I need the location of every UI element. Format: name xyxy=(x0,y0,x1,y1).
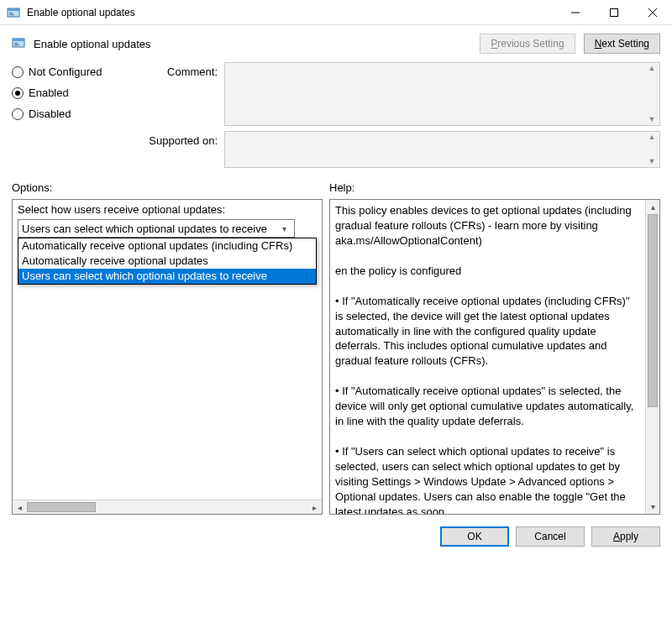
scroll-right-icon[interactable]: ▸ xyxy=(307,500,322,515)
chevron-down-icon: ▾ xyxy=(277,224,291,233)
options-hscrollbar[interactable]: ◂ ▸ xyxy=(13,500,322,514)
comment-scrollbar[interactable]: ▲▼ xyxy=(644,63,659,125)
svg-rect-9 xyxy=(13,39,24,41)
titlebar[interactable]: Enable optional updates xyxy=(0,0,672,25)
radio-not-configured[interactable]: Not Configured xyxy=(12,65,134,78)
options-item[interactable]: Automatically receive optional updates (… xyxy=(18,238,316,254)
sub-header: Enable optional updates Previous Setting… xyxy=(0,25,672,60)
policy-icon xyxy=(12,36,25,52)
close-button[interactable] xyxy=(633,0,672,25)
next-setting-button[interactable]: Next Setting xyxy=(584,34,660,54)
radio-label: Not Configured xyxy=(29,65,102,78)
help-text: This policy enables devices to get optio… xyxy=(330,200,645,514)
svg-rect-10 xyxy=(14,43,18,44)
options-dropdown-list[interactable]: Automatically receive optional updates (… xyxy=(18,238,317,285)
radio-label: Enabled xyxy=(29,86,69,99)
options-combo[interactable]: Users can select which optional updates … xyxy=(18,219,295,238)
radio-enabled[interactable]: Enabled xyxy=(12,86,134,99)
supported-scrollbar[interactable]: ▲▼ xyxy=(644,132,659,167)
radio-disabled[interactable]: Disabled xyxy=(12,107,134,120)
ok-button[interactable]: OK xyxy=(440,526,509,547)
help-paragraph: • If "Automatically receive optional upd… xyxy=(335,294,640,369)
scroll-thumb[interactable] xyxy=(27,502,96,512)
help-vscrollbar[interactable]: ▴ ▾ xyxy=(645,200,659,514)
options-pane: Select how users receive optional update… xyxy=(12,199,323,515)
svg-rect-11 xyxy=(14,44,19,45)
options-label: Options: xyxy=(12,181,329,194)
supported-on-box: ▲▼ xyxy=(224,131,660,168)
help-paragraph: • If "Users can select which optional up… xyxy=(335,444,640,514)
app-icon xyxy=(7,6,20,19)
scroll-left-icon[interactable]: ◂ xyxy=(13,500,27,515)
options-item[interactable]: Automatically receive optional updates xyxy=(18,254,316,269)
help-paragraph: This policy enables devices to get optio… xyxy=(335,203,640,249)
scroll-down-icon[interactable]: ▾ xyxy=(646,500,659,514)
window-title: Enable optional updates xyxy=(27,7,556,18)
svg-rect-3 xyxy=(9,14,14,15)
radio-label: Disabled xyxy=(29,107,71,120)
svg-rect-2 xyxy=(9,13,13,13)
apply-button[interactable]: Apply xyxy=(591,526,660,547)
svg-rect-5 xyxy=(611,8,618,16)
options-prompt: Select how users receive optional update… xyxy=(18,203,317,216)
supported-label: Supported on: xyxy=(134,131,218,147)
scroll-thumb[interactable] xyxy=(648,214,658,407)
options-item[interactable]: Users can select which optional updates … xyxy=(18,269,316,284)
svg-rect-1 xyxy=(8,8,19,11)
cancel-button[interactable]: Cancel xyxy=(516,526,585,547)
help-label: Help: xyxy=(329,181,660,194)
dialog-footer: OK Cancel Apply xyxy=(0,515,672,558)
comment-label: Comment: xyxy=(134,62,218,78)
comment-textarea[interactable]: ▲▼ xyxy=(224,62,660,126)
options-selected-value: Users can select which optional updates … xyxy=(22,222,267,235)
help-paragraph: en the policy is configured xyxy=(335,264,640,279)
state-radio-group: Not Configured Enabled Disabled xyxy=(12,62,134,168)
help-pane: This policy enables devices to get optio… xyxy=(329,199,660,515)
policy-title: Enable optional updates xyxy=(34,38,471,50)
help-paragraph: • If "Automatically receive optional upd… xyxy=(335,384,640,429)
minimize-button[interactable] xyxy=(556,0,595,25)
scroll-up-icon[interactable]: ▴ xyxy=(646,200,659,214)
previous-setting-button: Previous Setting xyxy=(480,34,575,54)
maximize-button[interactable] xyxy=(595,0,633,25)
options-dropdown[interactable]: Users can select which optional updates … xyxy=(18,219,295,238)
